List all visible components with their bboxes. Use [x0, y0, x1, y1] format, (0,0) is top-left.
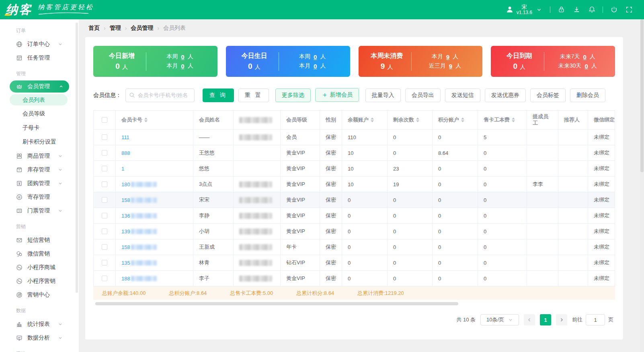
- query-button[interactable]: 查 询: [203, 89, 234, 102]
- sidebar-item-goods-management[interactable]: 商品管理: [0, 149, 79, 163]
- member-card-link[interactable]: 135: [121, 260, 130, 266]
- cell-value: 李子: [199, 275, 209, 282]
- cell-value: 0: [348, 244, 351, 250]
- cell-value: 0: [393, 244, 396, 250]
- member-card-link[interactable]: 158: [121, 197, 130, 203]
- search-input[interactable]: [125, 89, 195, 102]
- sort-icon[interactable]: [461, 117, 464, 122]
- member-card-link[interactable]: 180: [121, 181, 130, 187]
- row-checkbox[interactable]: [102, 260, 107, 266]
- stat-line-value[interactable]: 9: [446, 54, 449, 60]
- sidebar-item-miniapp-mall[interactable]: 小程序商城: [0, 261, 79, 274]
- sidebar-item-sms-marketing[interactable]: 短信营销: [0, 233, 79, 247]
- sidebar-item-ticket-management[interactable]: 门票管理: [0, 204, 79, 218]
- member-tags-button[interactable]: 会员标签: [530, 89, 566, 102]
- reset-button[interactable]: 重 置: [238, 89, 269, 102]
- stat-line-value[interactable]: 9: [449, 63, 452, 70]
- breadcrumb-item[interactable]: 会员管理: [131, 25, 153, 32]
- stat-line-value[interactable]: 0: [314, 54, 317, 60]
- more-filters-button[interactable]: 更多筛选: [275, 89, 311, 102]
- download-icon[interactable]: [572, 5, 581, 14]
- row-checkbox[interactable]: [102, 150, 107, 156]
- select-all-checkbox[interactable]: [102, 117, 107, 123]
- sidebar-scrollbar[interactable]: [76, 23, 78, 293]
- sort-icon[interactable]: [416, 117, 419, 122]
- lock-icon[interactable]: [557, 5, 566, 14]
- fullscreen-icon[interactable]: [625, 5, 634, 14]
- sidebar-item-deposit-management[interactable]: 寄寄存管理: [0, 190, 79, 204]
- cell-phone: [234, 130, 281, 145]
- member-card-link[interactable]: 888: [121, 150, 130, 156]
- batch-import-button[interactable]: 批量导入: [365, 89, 401, 102]
- stat-line-value[interactable]: 0: [181, 54, 184, 60]
- sidebar-subitem-parent-child-card[interactable]: 子母卡: [0, 121, 79, 134]
- sidebar-subitem-member-list[interactable]: 会员列表: [10, 94, 68, 105]
- sidebar-item-data-analysis[interactable]: 数据分析: [0, 331, 79, 345]
- prev-page-button[interactable]: [524, 314, 535, 325]
- column-header-card: 会员卡号: [116, 111, 193, 130]
- member-card-link[interactable]: 111: [121, 134, 129, 140]
- sidebar-item-order-center[interactable]: 订单中心: [0, 37, 79, 51]
- send-coupon-button[interactable]: 发送优惠券: [485, 89, 526, 102]
- sidebar-subitem-card-points-setting[interactable]: 刷卡积分设置: [0, 135, 79, 148]
- row-checkbox[interactable]: [102, 228, 107, 234]
- sidebar-item-wechat-marketing[interactable]: 微信营销: [0, 247, 79, 261]
- stat-cards: 今日新增0人本周0人本月0人今日生日0人本周0人本月0人本周未消费9人本月9人近…: [93, 46, 615, 77]
- cell-value: 李静: [199, 212, 209, 219]
- column-label: 提成员工: [533, 113, 551, 127]
- bell-icon[interactable]: [587, 5, 596, 14]
- member-card-link[interactable]: 158: [121, 244, 130, 250]
- current-page[interactable]: 1: [540, 314, 551, 325]
- breadcrumb-item[interactable]: 首页: [88, 25, 100, 32]
- member-card-link[interactable]: 188: [121, 276, 130, 282]
- table-row: 135林青钻石VIP保密0000未绑定: [94, 255, 615, 271]
- sidebar-item-marketing-center[interactable]: 营销中心: [0, 288, 79, 302]
- row-checkbox[interactable]: [102, 166, 107, 171]
- sidebar-item-member-management[interactable]: 会员管理: [10, 80, 69, 93]
- row-checkbox[interactable]: [102, 244, 107, 250]
- power-icon[interactable]: [609, 5, 618, 14]
- ticket-icon: [16, 207, 23, 214]
- column-label: 推荐人: [564, 116, 580, 124]
- summary-item: 总积分账户:8.64: [169, 290, 207, 297]
- page-size-select[interactable]: 10条/页: [480, 314, 519, 325]
- next-page-button[interactable]: [556, 314, 567, 325]
- stat-line-value[interactable]: 0: [585, 63, 588, 70]
- row-checkbox[interactable]: [102, 213, 107, 218]
- horizontal-scrollbar-thumb[interactable]: [95, 302, 458, 305]
- sidebar-item-task-management[interactable]: 任务管理: [0, 51, 79, 65]
- sidebar-item-stock-management[interactable]: 库存管理: [0, 163, 79, 177]
- stat-line-value[interactable]: 0: [181, 63, 184, 70]
- goto-page-input[interactable]: [586, 314, 605, 325]
- member-card-link[interactable]: 139: [121, 228, 130, 235]
- row-checkbox[interactable]: [102, 134, 107, 140]
- sidebar-item-groupbuy-management[interactable]: 团购管理: [0, 177, 79, 190]
- column-label: 积分账户: [438, 116, 459, 124]
- cell-value: 0: [393, 276, 396, 282]
- user-menu[interactable]: 宋 v1.13.6: [505, 4, 544, 16]
- member-card-link[interactable]: 1: [121, 166, 124, 172]
- sort-icon[interactable]: [512, 117, 515, 122]
- stat-line-value[interactable]: 0: [314, 63, 317, 70]
- sidebar-subitem-member-level[interactable]: 会员等级: [0, 107, 79, 120]
- sidebar-item-stat-report[interactable]: 统计报表: [0, 317, 79, 331]
- row-checkbox[interactable]: [102, 181, 107, 187]
- cell-card: 1: [116, 161, 193, 177]
- send-sms-button[interactable]: 发送短信: [445, 89, 480, 102]
- redacted-phone: [239, 134, 272, 140]
- sort-icon[interactable]: [144, 117, 148, 122]
- chevron-down-icon: [58, 181, 63, 186]
- sidebar-item-miniapp-marketing[interactable]: 小程序营销: [0, 274, 79, 288]
- stat-line-value[interactable]: 0: [583, 54, 586, 60]
- add-member-button[interactable]: ＋新增会员: [315, 88, 359, 102]
- delete-members-button[interactable]: 删除会员: [570, 89, 605, 102]
- stat-card-line: 本月9人: [432, 53, 458, 60]
- member-card-link[interactable]: 136: [121, 213, 130, 219]
- breadcrumb-item[interactable]: 管理: [110, 25, 121, 32]
- row-checkbox[interactable]: [102, 276, 107, 281]
- export-members-button[interactable]: 会员导出: [405, 89, 441, 102]
- cell-staff: [527, 192, 558, 208]
- sort-icon[interactable]: [371, 117, 374, 122]
- row-checkbox[interactable]: [102, 197, 107, 203]
- page-scrollbar-thumb[interactable]: [640, 19, 644, 172]
